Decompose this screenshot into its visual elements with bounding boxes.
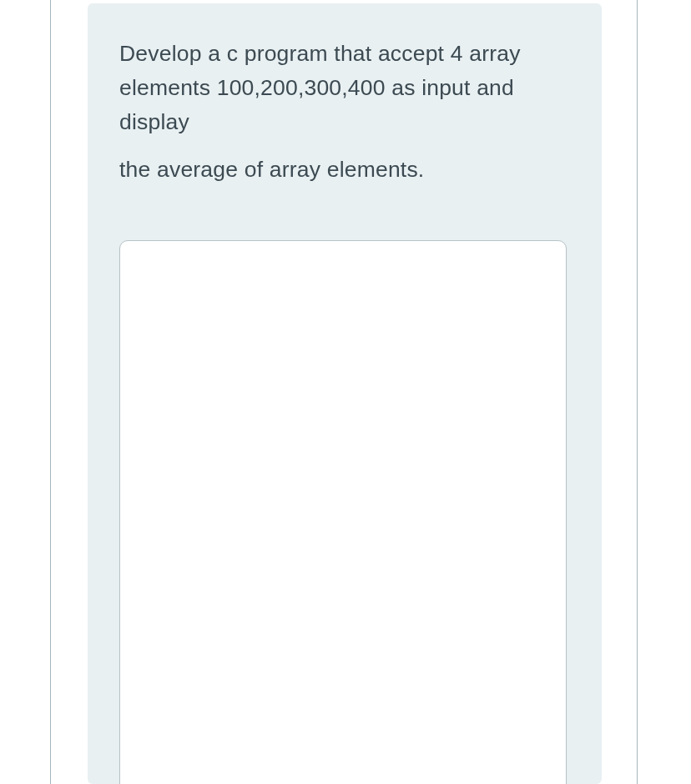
question-card: Develop a c program that accept 4 array … [88, 3, 602, 784]
question-paragraph-1: Develop a c program that accept 4 array … [119, 37, 570, 139]
question-text: Develop a c program that accept 4 array … [119, 37, 570, 187]
question-paragraph-2: the average of array elements. [119, 153, 570, 187]
answer-input[interactable] [119, 240, 567, 784]
